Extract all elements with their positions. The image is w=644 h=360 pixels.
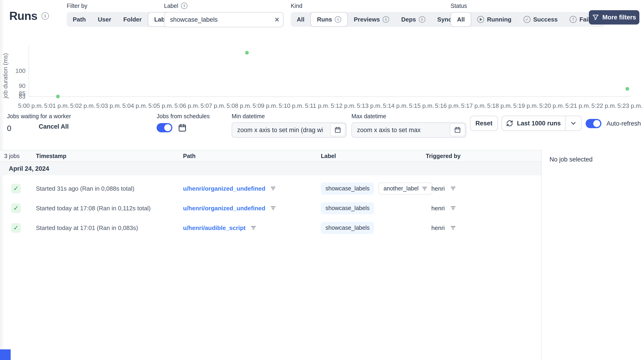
column-path: Path [183,153,196,160]
max-datetime-input[interactable] [352,122,466,138]
more-filters-button[interactable]: More filters [589,10,639,24]
x-axis-tick: 5:16 p.m. [435,102,460,109]
page-title: Runs i [9,9,49,23]
kind-label: Kind [291,2,467,9]
table-row[interactable]: ✓ Started today at 17:01 (Ran in 0,083s)… [0,218,541,238]
x-axis-tick: 5:19 p.m. [513,102,538,109]
jobs-from-schedules-label: Jobs from schedules [156,113,210,120]
row-triggered-by-cell: henri [431,204,456,212]
auto-refresh-toggle[interactable] [586,119,602,128]
min-datetime-calendar-button[interactable] [330,123,346,136]
x-axis-tick: 5:07 p.m. [200,102,226,109]
filter-by-label: Filter by [67,2,176,9]
kind-previews[interactable]: Previewsi [348,12,395,27]
calendar-icon[interactable] [178,123,187,133]
label-badge[interactable]: showcase_labels [321,202,374,214]
filter-by-label-icon[interactable] [422,186,428,191]
x-axis-tick: 5:00 p.m. [18,102,43,109]
filter-by-path-icon[interactable] [270,206,276,210]
filter-by-user[interactable]: User [92,12,117,27]
row-triggered-by: henri [431,185,445,192]
label-badge[interactable]: another_label [378,182,432,194]
run-data-point[interactable] [245,51,249,55]
runs-table-header: 3 jobs Timestamp Path Label Triggered by [0,150,541,162]
filter-by-path-icon[interactable] [270,186,276,191]
x-axis-tick: 5:22 p.m. [592,102,616,109]
table-row[interactable]: ✓ Started 31s ago (Ran in 0,088s total) … [0,179,541,198]
row-labels-cell: showcase_labelsanother_label [321,182,432,194]
label-badge[interactable]: showcase_labels [321,222,374,234]
row-path-link[interactable]: u/henri/organized_undefined [183,204,265,212]
info-icon[interactable]: i [42,12,49,20]
label-filter-input[interactable] [164,12,284,27]
runs-limit-dropdown-button[interactable] [565,116,581,131]
y-axis-tick: 100 [6,67,26,74]
check-icon: ✓ [13,185,18,192]
row-path-cell: u/henri/organized_undefined [183,204,276,212]
kind-runs[interactable]: Runsi [310,12,348,27]
funnel-icon [592,14,599,21]
x-axis-tick: 5:14 p.m. [383,102,408,109]
filter-by-user-icon[interactable] [450,186,456,191]
jobs-count: 3 jobs [4,153,20,160]
label-badge[interactable]: showcase_labels [321,182,374,194]
max-datetime-label: Max datetime [352,113,466,120]
jobs-waiting-label: Jobs waiting for a worker [7,113,71,120]
filter-by-folder[interactable]: Folder [117,12,148,27]
status-label: Status [450,2,605,9]
row-triggered-by: henri [431,224,445,231]
max-datetime-calendar-button[interactable] [450,123,465,136]
run-data-point[interactable] [626,87,629,91]
info-icon: i [419,16,425,23]
check-circle-icon: ✓ [524,16,530,23]
clear-label-icon[interactable]: × [274,15,280,24]
jobs-from-schedules-toggle[interactable] [156,123,172,132]
kind-all[interactable]: All [291,12,310,27]
job-duration-chart[interactable]: job duration (ms) 100908583 5:00 p.m.5:0… [0,35,644,112]
column-timestamp: Timestamp [36,153,66,160]
filter-by-user-icon[interactable] [450,226,456,230]
info-icon: i [335,16,341,23]
reset-button[interactable]: Reset [470,116,498,131]
y-axis-tick: 83 [6,93,26,100]
status-success[interactable]: ✓ Success [518,12,564,27]
chart-x-axis-line [28,96,631,97]
row-timestamp: Started 31s ago (Ran in 0,088s total) [36,185,134,192]
y-axis-tick: 90 [6,82,26,89]
row-triggered-by-cell: henri [431,224,456,231]
auto-refresh-label: Auto-refresh [606,120,641,127]
row-path-link[interactable]: u/henri/audible_script [183,224,246,231]
row-triggered-by-cell: henri [431,185,456,192]
cancel-all-button[interactable]: Cancel All [39,123,69,130]
x-axis-tick: 5:18 p.m. [487,102,512,109]
kind-segment: All Runsi Previewsi Depsi Synci [291,12,467,27]
play-circle-icon [477,16,484,23]
row-timestamp: Started today at 17:01 (Ran in 0,083s) [36,224,138,231]
x-axis-tick: 5:10 p.m. [279,102,304,109]
runs-limit-button[interactable]: Last 1000 runs [502,116,565,131]
check-icon: ✓ [13,224,18,232]
filter-by-user-icon[interactable] [450,206,456,210]
table-row[interactable]: ✓ Started today at 17:08 (Ran in 0,112s … [0,198,541,218]
kind-deps[interactable]: Depsi [395,12,431,27]
date-group-header: April 24, 2024 [0,162,541,175]
x-axis-tick: 5:05 p.m. [148,102,173,109]
filter-by-path[interactable]: Path [67,12,92,27]
run-data-point[interactable] [56,95,60,98]
filter-by-path-icon[interactable] [251,226,256,230]
x-axis-tick: 5:20 p.m. [539,102,564,109]
label-info-icon[interactable]: i [181,2,188,9]
min-datetime-label: Min datetime [232,113,346,120]
corner-accent [0,349,11,360]
label-filter-group: Label i × [164,2,284,27]
status-all[interactable]: All [450,12,471,27]
row-labels-cell: showcase_labels [321,202,374,214]
x-axis-tick: 5:17 p.m. [461,102,486,109]
row-path-link[interactable]: u/henri/organized_undefined [183,185,265,192]
x-axis-tick: 5:12 p.m. [331,102,356,109]
runs-limit-split-button: Last 1000 runs [502,116,582,131]
x-axis-tick: 5:21 p.m. [565,102,590,109]
status-running[interactable]: Running [471,12,517,27]
x-axis-tick: 5:04 p.m. [122,102,147,109]
min-datetime-input[interactable] [232,122,346,138]
